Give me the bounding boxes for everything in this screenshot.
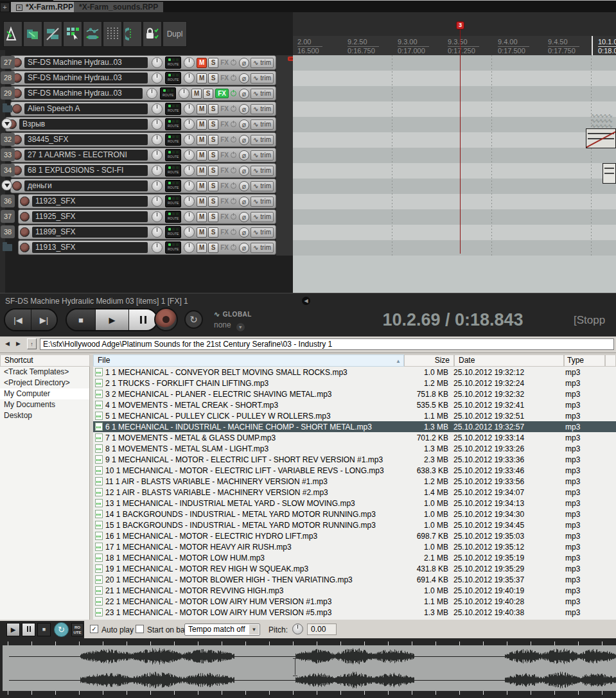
track-name[interactable]: 11899_SFX: [32, 227, 148, 238]
arrange-lane-35[interactable]: [293, 179, 616, 194]
file-row[interactable]: 8 1 MOVEMENTS - METAL SLAM - LIGHT.mp31.…: [93, 443, 616, 454]
track-name[interactable]: Взрыв: [19, 119, 148, 130]
stop-button[interactable]: ■: [67, 310, 95, 330]
phase-button[interactable]: ø: [239, 181, 249, 191]
power-icon[interactable]: [231, 245, 236, 250]
file-row[interactable]: 15 1 BACKGROUNDS - INDUSTRIAL - METAL YA…: [93, 519, 616, 530]
file-row[interactable]: 6 1 MECHANICAL - INDUSTRIAL - MACHINE CH…: [93, 421, 616, 432]
pan-knob[interactable]: [184, 103, 195, 114]
collapse-arrow-icon[interactable]: ◀: [302, 297, 310, 305]
volume-knob[interactable]: [152, 227, 163, 238]
route-button[interactable]: ROUTE: [165, 118, 181, 130]
track-name[interactable]: 38445_SFX: [24, 134, 148, 145]
arrange-lane-36[interactable]: [293, 194, 616, 209]
track-row-34[interactable]: 68 1 EXPLOSIONS - SCI-FIROUTEMSFXø∿trim: [5, 163, 276, 178]
volume-knob[interactable]: [152, 165, 163, 176]
fx-button[interactable]: FX: [220, 213, 236, 220]
pitch-knob[interactable]: [292, 624, 303, 634]
file-row[interactable]: 20 1 MECHANICAL - MOTOR BLOWER HIGH - TH…: [93, 574, 616, 585]
arrange-lane-39[interactable]: [293, 240, 616, 256]
file-row[interactable]: 11 1 AIR - BLASTS VARIABLE - MACHINERY V…: [93, 476, 616, 487]
track-number-32[interactable]: 32: [1, 133, 15, 146]
mute-button[interactable]: M: [197, 104, 207, 114]
power-icon[interactable]: [231, 91, 236, 96]
file-row[interactable]: 12 1 AIR - BLASTS VARIABLE - MACHINERY V…: [93, 487, 616, 498]
play-cursor[interactable]: [460, 29, 461, 254]
mute-button[interactable]: M: [197, 73, 207, 83]
volume-knob[interactable]: [152, 150, 163, 161]
envelope-trim-button[interactable]: ∿trim: [251, 181, 274, 191]
fx-button[interactable]: FX: [220, 229, 236, 236]
magnet-snap-button[interactable]: [123, 21, 142, 47]
timeline-marker-3[interactable]: 3: [456, 21, 464, 30]
fx-button[interactable]: FX: [220, 121, 236, 128]
mute-button[interactable]: M: [197, 227, 207, 238]
record-arm-button[interactable]: [20, 227, 30, 237]
phase-button[interactable]: ø: [239, 166, 249, 176]
volume-knob[interactable]: [152, 211, 163, 222]
shortcut-item[interactable]: My Computer: [0, 388, 89, 399]
forward-button[interactable]: ▶: [13, 338, 23, 349]
chevron-down-icon[interactable]: ▼: [236, 323, 245, 331]
volume-knob[interactable]: [152, 73, 163, 83]
mute-button[interactable]: M: [197, 196, 207, 207]
arrange-lane-37[interactable]: [293, 209, 616, 225]
mute-button[interactable]: M: [197, 212, 207, 222]
track-number-37[interactable]: 37: [1, 210, 15, 223]
transport-time-display[interactable]: 10.2.69 / 0:18.843: [347, 310, 559, 330]
track-row-35[interactable]: деньгиROUTEMSFXø∿trim: [5, 179, 276, 193]
start-on-bar-checkbox[interactable]: [136, 625, 144, 633]
record-arm-button[interactable]: [20, 196, 30, 206]
media-item-muted-stub[interactable]: [586, 128, 616, 148]
track-name[interactable]: 27 1 ALARMS - ELECTRONI: [24, 150, 148, 161]
route-button[interactable]: ROUTE: [165, 241, 181, 254]
track-number-38[interactable]: 38: [1, 225, 15, 238]
metronome-button[interactable]: [3, 21, 22, 47]
track-row-29[interactable]: SF-DS Machine Hydrau..03ROUTEMSFXø∿trim: [5, 86, 276, 101]
preview-pause-button[interactable]: [22, 623, 35, 636]
record-button[interactable]: [154, 308, 178, 331]
record-arm-button[interactable]: [20, 243, 30, 252]
arrange-lane-34[interactable]: [293, 163, 616, 179]
track-row-38[interactable]: 11899_SFXROUTEMSFXø∿trim: [5, 225, 276, 240]
envelope-trim-button[interactable]: ∿trim: [251, 135, 274, 145]
envelope-points-button[interactable]: [83, 21, 102, 47]
last-in-folder-icon[interactable]: [3, 244, 12, 251]
envelope-trim-button[interactable]: ∿trim: [251, 196, 274, 207]
preview-stop-button[interactable]: ■: [37, 623, 51, 636]
tab-x-farm-sounds[interactable]: *X-Farm_sounds.RPP: [74, 2, 163, 12]
arrange-lane-31[interactable]: [293, 117, 616, 132]
phase-button[interactable]: ø: [239, 104, 249, 114]
global-automation-value[interactable]: none: [214, 320, 231, 329]
envelope-trim-button[interactable]: ∿trim: [251, 212, 274, 222]
pan-knob[interactable]: [184, 165, 195, 176]
volume-knob[interactable]: [152, 242, 163, 253]
solo-button[interactable]: S: [208, 73, 218, 83]
route-button[interactable]: ROUTE: [165, 57, 181, 69]
route-button[interactable]: ROUTE: [165, 211, 181, 223]
phase-button[interactable]: ø: [239, 212, 249, 222]
envelope-trim-button[interactable]: ∿trim: [251, 89, 274, 99]
auto-play-checkbox[interactable]: ✓: [90, 625, 98, 633]
track-row-32[interactable]: 38445_SFXROUTEMSFXø∿trim: [5, 132, 276, 147]
record-arm-button[interactable]: [12, 181, 22, 191]
volume-knob[interactable]: [152, 119, 163, 130]
folder-collapse-button[interactable]: [1, 118, 12, 129]
mute-button[interactable]: M: [191, 89, 202, 99]
record-arm-button[interactable]: [20, 212, 30, 222]
phase-button[interactable]: ø: [239, 89, 249, 99]
route-button[interactable]: ROUTE: [165, 164, 181, 177]
solo-button[interactable]: S: [208, 150, 218, 161]
arrange-lane-38[interactable]: [293, 225, 616, 240]
phase-button[interactable]: ø: [239, 73, 249, 83]
file-row[interactable]: 9 1 MECHANICAL - MOTOR - ELECTRIC LIFT -…: [93, 454, 616, 465]
go-to-end-button[interactable]: ▶|: [31, 310, 57, 330]
pan-knob[interactable]: [184, 119, 195, 130]
chevron-down-icon[interactable]: ▼: [249, 625, 259, 634]
waveform-canvas[interactable]: [3, 645, 616, 691]
volume-knob[interactable]: [152, 134, 163, 145]
file-row[interactable]: 3 2 MECHANICAL - PLANER - ELECTRIC SHAVI…: [93, 388, 616, 399]
folder-collapse-button[interactable]: [1, 180, 12, 191]
track-name[interactable]: SF-DS Machine Hydrau..03: [24, 73, 148, 83]
file-row[interactable]: 22 1 MECHANICAL - MOTOR LOW AIRY HUM VER…: [93, 596, 616, 607]
